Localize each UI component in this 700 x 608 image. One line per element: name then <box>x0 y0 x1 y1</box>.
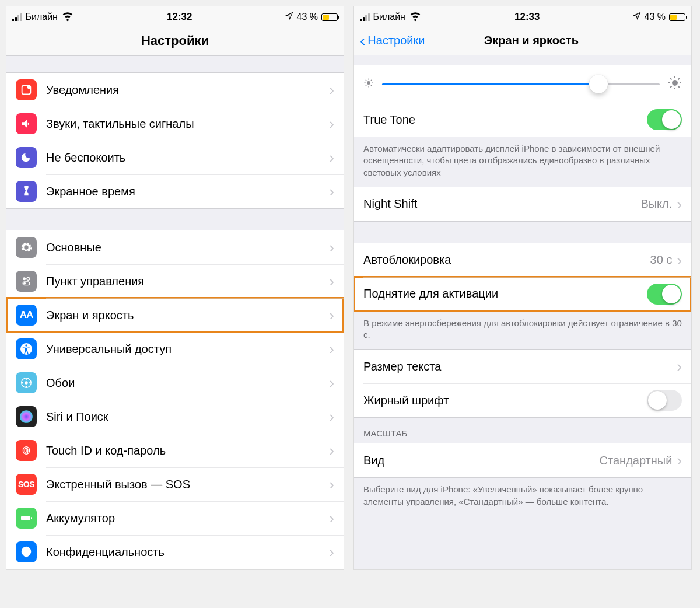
siri-icon <box>16 406 37 427</box>
svg-point-14 <box>20 410 33 423</box>
chevron-right-icon: › <box>329 274 334 289</box>
chevron-right-icon: › <box>329 240 334 255</box>
chevron-right-icon: › <box>329 477 334 492</box>
zoom-section-header: МАСШТАБ <box>354 418 691 443</box>
wallpaper-icon <box>16 372 37 393</box>
bold-text-toggle[interactable] <box>647 390 682 411</box>
back-label: Настройки <box>368 34 425 47</box>
raise-to-wake-label: Поднятие для активации <box>363 287 647 300</box>
location-icon <box>633 12 641 22</box>
chevron-right-icon: › <box>677 453 682 468</box>
battery-percent: 43 % <box>297 12 318 22</box>
zoom-footer: Выберите вид для iPhone: «Увеличенный» п… <box>354 478 691 516</box>
settings-row-screen-time[interactable]: Экранное время› <box>6 174 344 208</box>
true-tone-toggle[interactable] <box>647 109 682 130</box>
svg-point-3 <box>27 277 30 280</box>
settings-row-label: Пункт управления <box>46 275 329 288</box>
chevron-right-icon: › <box>677 197 682 212</box>
battery-percent: 43 % <box>645 12 666 22</box>
true-tone-label: True Tone <box>363 113 647 127</box>
settings-row-battery[interactable]: Аккумулятор› <box>6 501 344 535</box>
text-size-row[interactable]: Размер текста › <box>354 350 691 383</box>
chevron-right-icon: › <box>329 443 334 458</box>
settings-row-label: Не беспокоить <box>46 151 329 165</box>
brightness-high-icon <box>668 76 682 92</box>
settings-root-screen: Билайн 12:32 43 % Настройки Уведомления›… <box>6 6 344 570</box>
settings-row-siri[interactable]: Siri и Поиск› <box>6 400 344 434</box>
svg-point-12 <box>26 386 27 387</box>
night-shift-value: Выкл. <box>640 197 672 211</box>
do-not-disturb-icon <box>16 147 37 168</box>
settings-row-do-not-disturb[interactable]: Не беспокоить› <box>6 141 344 174</box>
battery-icon <box>16 508 37 529</box>
signal-icon <box>360 13 370 21</box>
carrier-label: Билайн <box>373 12 405 22</box>
display-zoom-row[interactable]: Вид Стандартный › <box>354 443 691 477</box>
auto-lock-row[interactable]: Автоблокировка 30 с › <box>354 243 691 277</box>
settings-row-label: Экранное время <box>46 185 329 198</box>
sounds-icon <box>16 113 37 134</box>
settings-row-label: Конфиденциальность <box>46 546 329 559</box>
settings-row-accessibility[interactable]: Универсальный доступ› <box>6 332 344 366</box>
settings-row-label: Основные <box>46 241 329 254</box>
settings-row-label: Touch ID и код-пароль <box>46 444 329 457</box>
nav-header: ‹ Настройки Экран и яркость <box>354 27 691 55</box>
settings-row-privacy[interactable]: Конфиденциальность› <box>6 535 344 569</box>
power-mode-footer: В режиме энергосбережения для автоблокир… <box>354 312 691 350</box>
svg-line-22 <box>366 80 367 81</box>
svg-point-5 <box>23 282 26 285</box>
page-title: Экран и яркость <box>467 34 579 47</box>
status-bar: Билайн 12:33 43 % <box>354 6 691 27</box>
raise-to-wake-row[interactable]: Поднятие для активации <box>354 277 691 311</box>
true-tone-row[interactable]: True Tone <box>354 103 691 137</box>
nav-header: Настройки <box>6 27 344 56</box>
svg-point-2 <box>23 277 26 280</box>
chevron-right-icon: › <box>677 253 682 268</box>
settings-row-label: Экран и яркость <box>46 309 329 322</box>
slider-track[interactable] <box>382 83 660 85</box>
control-center-icon <box>16 271 37 292</box>
slider-thumb[interactable] <box>589 75 608 93</box>
svg-point-13 <box>22 382 23 384</box>
settings-row-touch-id[interactable]: Touch ID и код-пароль› <box>6 434 344 467</box>
svg-point-9 <box>24 381 28 385</box>
svg-line-33 <box>670 86 672 88</box>
status-bar: Билайн 12:32 43 % <box>6 6 344 27</box>
svg-line-25 <box>371 80 372 81</box>
notifications-icon <box>16 79 37 100</box>
chevron-left-icon: ‹ <box>360 32 365 50</box>
settings-row-label: Siri и Поиск <box>46 410 329 424</box>
chevron-right-icon: › <box>329 308 334 323</box>
settings-row-general[interactable]: Основные› <box>6 230 344 264</box>
settings-row-notifications[interactable]: Уведомления› <box>6 73 344 107</box>
signal-icon <box>12 13 22 21</box>
settings-row-wallpaper[interactable]: Обои› <box>6 366 344 400</box>
bold-text-label: Жирный шрифт <box>363 394 647 407</box>
location-icon <box>285 12 293 22</box>
settings-row-sounds[interactable]: Звуки, тактильные сигналы› <box>6 107 344 141</box>
settings-row-control-center[interactable]: Пункт управления› <box>6 264 344 298</box>
settings-row-sos[interactable]: SOSЭкстренный вызов — SOS› <box>6 467 344 501</box>
night-shift-row[interactable]: Night Shift Выкл. › <box>354 187 691 221</box>
svg-line-23 <box>371 85 372 86</box>
wifi-icon <box>409 9 422 25</box>
page-title: Настройки <box>15 33 335 48</box>
sos-icon: SOS <box>16 474 37 495</box>
bold-text-row[interactable]: Жирный шрифт <box>354 383 691 417</box>
display-zoom-value: Стандартный <box>600 454 673 467</box>
carrier-label: Билайн <box>26 12 58 22</box>
svg-point-1 <box>27 86 31 89</box>
chevron-right-icon: › <box>329 341 334 357</box>
display-brightness-screen: Билайн 12:33 43 % ‹ Настройки Экран и яр… <box>354 6 692 570</box>
display-brightness-icon: AA <box>16 305 37 326</box>
chevron-right-icon: › <box>329 511 334 526</box>
back-button[interactable]: ‹ Настройки <box>360 32 425 50</box>
night-shift-label: Night Shift <box>363 197 640 211</box>
touch-id-icon <box>16 440 37 461</box>
chevron-right-icon: › <box>329 409 334 424</box>
brightness-slider[interactable] <box>354 65 691 103</box>
chevron-right-icon: › <box>329 82 334 97</box>
accessibility-icon <box>16 338 37 359</box>
settings-row-display-brightness[interactable]: AAЭкран и яркость› <box>6 298 344 332</box>
raise-to-wake-toggle[interactable] <box>647 284 682 305</box>
